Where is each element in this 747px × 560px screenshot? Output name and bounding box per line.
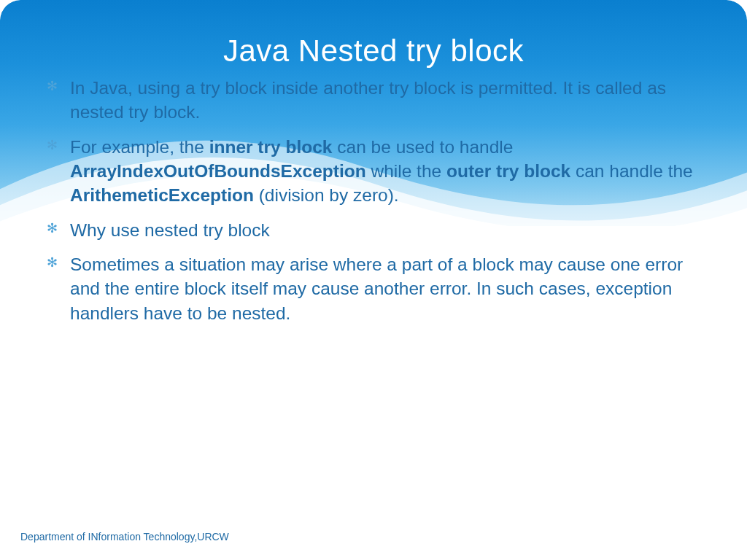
bullet-text: In Java, using a try block inside anothe… — [70, 78, 666, 122]
bullet-item: Sometimes a situation may arise where a … — [47, 252, 715, 325]
slide: Java Nested try block In Java, using a t… — [0, 0, 747, 560]
bullet-text: can be used to handle — [332, 137, 513, 157]
bullet-list: In Java, using a try block inside anothe… — [47, 76, 715, 325]
bullet-text: (division by zero). — [254, 185, 399, 205]
bullet-text-bold: outer try block — [446, 161, 570, 181]
bullet-text-bold: ArrayIndexOutOfBoundsException — [70, 161, 366, 181]
bullet-item: Why use nested try block — [47, 218, 715, 242]
bullet-text: For example, the — [70, 137, 209, 157]
slide-body: In Java, using a try block inside anothe… — [47, 76, 715, 335]
slide-footer: Department of INformation Technology,URC… — [20, 531, 229, 542]
bullet-text: can handle the — [570, 161, 693, 181]
bullet-text-bold: ArithemeticException — [70, 185, 254, 205]
bullet-item: In Java, using a try block inside anothe… — [47, 76, 715, 125]
bullet-text: Sometimes a situation may arise where a … — [70, 254, 683, 323]
bullet-item: For example, the inner try block can be … — [47, 135, 715, 208]
slide-title: Java Nested try block — [0, 34, 747, 69]
bullet-text-bold: inner try block — [209, 137, 333, 157]
bullet-text: while the — [366, 161, 446, 181]
bullet-text: Why use nested try block — [70, 220, 270, 240]
